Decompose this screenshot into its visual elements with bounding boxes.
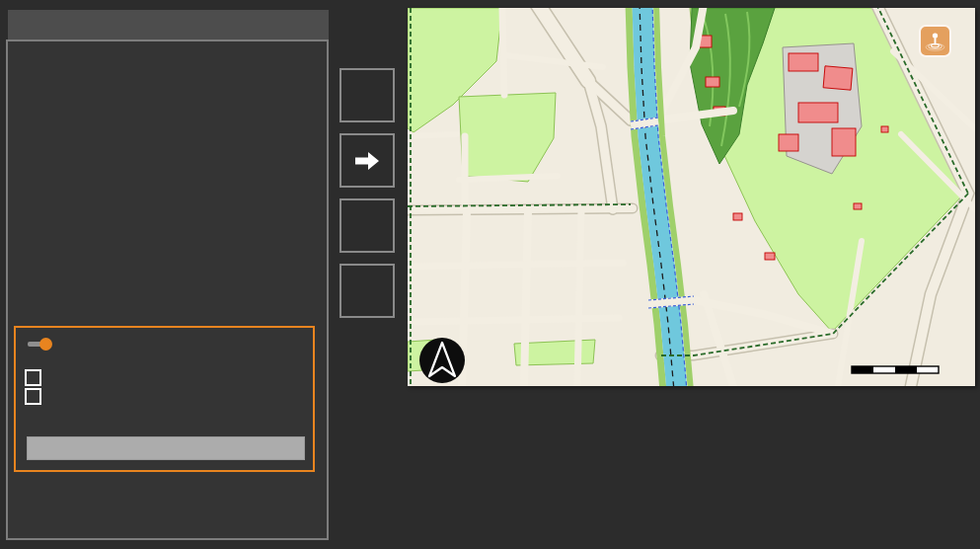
map-canvas[interactable] xyxy=(408,8,975,386)
app-window: { "colors":{"accent":"#E8841F","panel_bg… xyxy=(0,0,980,549)
checkbox-icon[interactable] xyxy=(25,388,41,405)
callback-input[interactable] xyxy=(27,436,305,460)
checkbox-icon[interactable] xyxy=(25,369,41,386)
map-image xyxy=(408,8,975,386)
toggle-knob xyxy=(39,338,52,351)
identify-layer-group xyxy=(14,326,315,472)
right-arrow-icon xyxy=(353,151,381,171)
north-arrow-icon xyxy=(419,338,465,383)
locate-beacon-icon xyxy=(923,29,947,53)
map-scalebar xyxy=(852,366,939,373)
next-arrow-button[interactable] xyxy=(339,133,395,188)
log-button[interactable] xyxy=(339,68,395,122)
identify-layer-toggle[interactable] xyxy=(26,338,52,351)
checkbox-send-layer-feature-list[interactable] xyxy=(25,388,49,405)
tab-bar xyxy=(8,10,329,39)
identify-layer-toggle-row[interactable] xyxy=(26,338,65,351)
checkbox-set-as-startmode[interactable] xyxy=(25,369,49,386)
locate-button[interactable] xyxy=(919,25,951,57)
copy-url-button[interactable] xyxy=(339,264,395,318)
debug-button[interactable] xyxy=(339,198,395,253)
